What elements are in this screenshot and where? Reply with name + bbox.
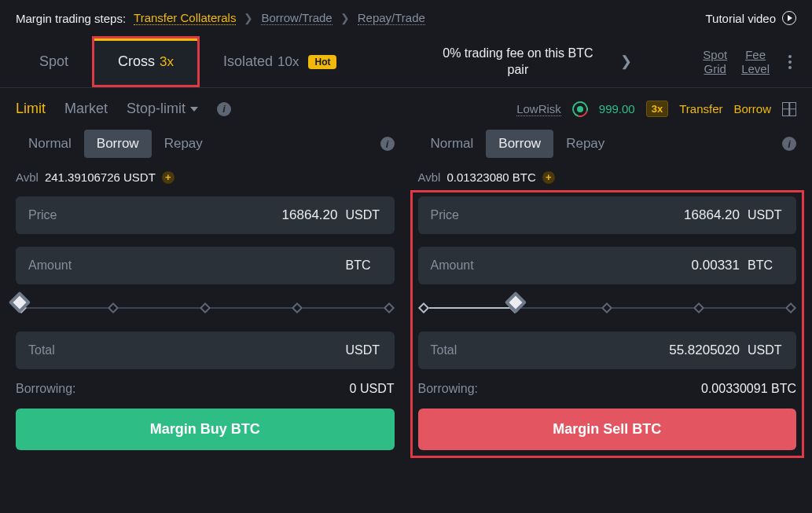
buy-avbl-value: 241.39106726 USDT — [45, 170, 156, 184]
sell-total-field[interactable] — [457, 343, 748, 358]
total-unit: USDT — [748, 343, 784, 357]
price-unit: USDT — [748, 208, 784, 222]
sell-amount-field[interactable] — [474, 258, 748, 273]
buy-panel: Normal Borrow Repay i Avbl 241.39106726 … — [16, 130, 395, 450]
cross-multiplier: 3x — [160, 54, 174, 70]
risk-value: 999.00 — [599, 102, 635, 115]
buy-mode-tabs: Normal Borrow Repay — [16, 130, 215, 158]
borrow-link[interactable]: Borrow — [733, 102, 771, 116]
amount-label: Amount — [431, 258, 474, 273]
sell-amount-input[interactable]: Amount BTC — [418, 247, 797, 284]
buy-amount-slider[interactable] — [17, 303, 393, 313]
slider-stop[interactable] — [200, 302, 211, 313]
play-icon — [782, 11, 796, 25]
buy-borrowing-value: 0 USDT — [350, 382, 395, 396]
order-type-tabs: Limit Market Stop-limit i — [16, 101, 231, 117]
tab-cross[interactable]: Cross 3x — [92, 36, 200, 87]
sell-amount-slider[interactable] — [420, 303, 795, 313]
slider-stop[interactable] — [292, 302, 303, 313]
sell-mode-borrow[interactable]: Borrow — [486, 130, 553, 158]
price-unit: USDT — [346, 208, 382, 222]
buy-amount-field[interactable] — [72, 258, 345, 273]
order-panels: Normal Borrow Repay i Avbl 241.39106726 … — [0, 130, 812, 466]
add-funds-icon[interactable]: + — [542, 171, 555, 184]
price-label: Price — [431, 208, 459, 222]
chevron-right-icon: ❯ — [244, 12, 253, 24]
tutorial-video-link[interactable]: Tutorial video — [706, 11, 797, 25]
caret-down-icon — [190, 107, 198, 112]
isolated-multiplier: 10x — [277, 54, 299, 70]
slider-stop[interactable] — [383, 302, 394, 313]
fee-level-link[interactable]: FeeLevel — [741, 48, 770, 76]
slider-stop[interactable] — [785, 302, 796, 313]
risk-label[interactable]: LowRisk — [516, 102, 561, 116]
risk-and-actions: LowRisk 999.00 3x Transfer Borrow — [516, 101, 796, 117]
order-type-limit[interactable]: Limit — [16, 101, 46, 117]
tab-spot[interactable]: Spot — [16, 36, 92, 87]
margin-steps: Margin trading steps: Transfer Collatera… — [16, 11, 425, 25]
order-type-row: Limit Market Stop-limit i LowRisk 999.00… — [0, 88, 812, 130]
hot-badge: Hot — [308, 55, 336, 69]
slider-stop[interactable] — [693, 302, 704, 313]
amount-label: Amount — [28, 258, 72, 273]
margin-sell-button[interactable]: Margin Sell BTC — [418, 409, 797, 450]
fee-promo-banner[interactable]: 0% trading fee on this BTC pair ❯ — [360, 46, 703, 79]
tab-cross-label: Cross — [118, 53, 155, 70]
order-type-stop-limit[interactable]: Stop-limit — [127, 101, 198, 117]
sell-mode-normal[interactable]: Normal — [418, 130, 487, 158]
slider-dots — [420, 304, 795, 312]
tab-isolated[interactable]: Isolated 10x Hot — [200, 36, 360, 87]
fee-promo-text: 0% trading fee on this BTC pair — [432, 46, 604, 79]
step-transfer-collaterals[interactable]: Transfer Collaterals — [134, 11, 236, 25]
sell-borrowing-value: 0.00330091 BTC — [701, 382, 796, 396]
avbl-label: Avbl — [418, 170, 441, 184]
buy-amount-input[interactable]: Amount BTC — [16, 247, 395, 284]
info-icon[interactable]: i — [380, 137, 395, 151]
total-unit: USDT — [346, 343, 382, 357]
buy-total-input[interactable]: Total USDT — [16, 332, 395, 369]
sell-mode-tabs: Normal Borrow Repay — [418, 130, 618, 158]
buy-mode-borrow[interactable]: Borrow — [84, 130, 152, 158]
info-icon[interactable]: i — [782, 137, 796, 151]
amount-unit: BTC — [346, 258, 382, 273]
buy-total-field[interactable] — [55, 343, 346, 358]
buy-mode-row: Normal Borrow Repay i — [16, 130, 395, 158]
more-menu-icon[interactable] — [784, 55, 796, 69]
sell-mode-repay[interactable]: Repay — [553, 130, 617, 158]
total-label: Total — [431, 343, 457, 357]
risk-gauge-icon — [569, 98, 590, 119]
sell-highlight-frame: Price USDT Amount BTC — [418, 196, 797, 450]
sell-available-row: Avbl 0.01323080 BTC + — [418, 170, 797, 184]
buy-price-field[interactable] — [57, 207, 345, 223]
step-repay-trade[interactable]: Repay/Trade — [358, 11, 425, 25]
tab-isolated-label: Isolated — [223, 53, 273, 70]
order-type-market[interactable]: Market — [64, 101, 108, 117]
buy-price-input[interactable]: Price USDT — [16, 196, 395, 234]
sell-total-input[interactable]: Total USDT — [418, 332, 797, 369]
buy-mode-repay[interactable]: Repay — [152, 130, 215, 158]
chevron-right-icon: ❯ — [620, 53, 632, 71]
info-icon[interactable]: i — [217, 102, 231, 116]
amount-unit: BTC — [748, 258, 784, 273]
margin-buy-button[interactable]: Margin Buy BTC — [16, 409, 395, 450]
chevron-right-icon: ❯ — [340, 12, 350, 24]
spot-grid-link[interactable]: SpotGrid — [703, 48, 727, 76]
right-links: SpotGrid FeeLevel — [703, 48, 796, 76]
sell-price-input[interactable]: Price USDT — [418, 196, 797, 234]
leverage-badge[interactable]: 3x — [646, 101, 668, 117]
slider-stop[interactable] — [601, 302, 612, 313]
buy-mode-normal[interactable]: Normal — [16, 130, 84, 158]
add-funds-icon[interactable]: + — [162, 171, 175, 184]
buy-available-row: Avbl 241.39106726 USDT + — [16, 170, 395, 184]
step-borrow-trade[interactable]: Borrow/Trade — [261, 11, 332, 25]
transfer-link[interactable]: Transfer — [679, 102, 722, 116]
sell-panel: Normal Borrow Repay i Avbl 0.01323080 BT… — [418, 130, 797, 450]
layout-icon[interactable] — [782, 102, 796, 116]
sell-price-field[interactable] — [459, 207, 748, 223]
slider-stop[interactable] — [417, 302, 428, 313]
sell-borrowing-row: Borrowing: 0.00330091 BTC — [418, 382, 797, 396]
main-tabs: Spot Cross 3x Isolated 10x Hot 0% tradin… — [0, 36, 812, 88]
steps-label: Margin trading steps: — [16, 12, 126, 25]
stop-limit-label: Stop-limit — [127, 101, 186, 117]
slider-stop[interactable] — [108, 302, 119, 313]
